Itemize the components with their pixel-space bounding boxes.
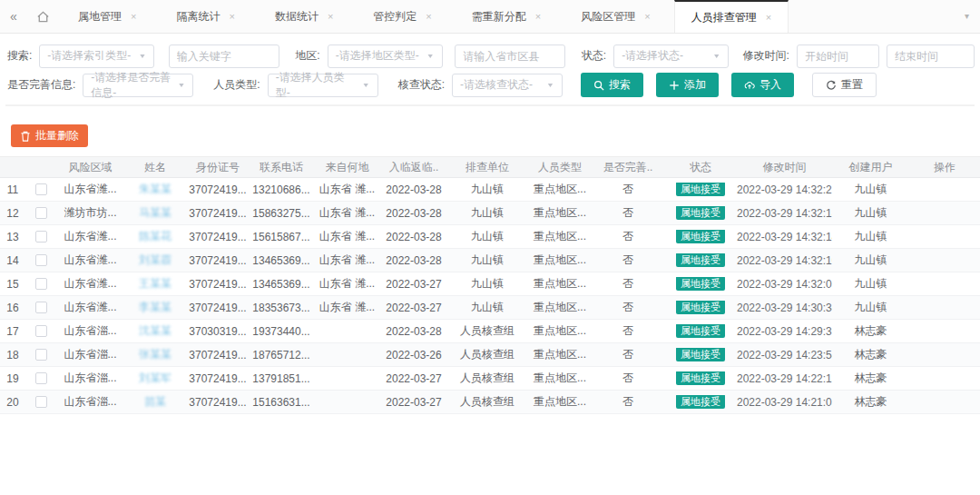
region-input[interactable] [463, 45, 557, 67]
search-button[interactable]: 搜索 [581, 73, 643, 97]
tab-隔离统计[interactable]: 隔离统计× [160, 0, 250, 33]
person-name-link[interactable]: 朱某某 [139, 183, 172, 195]
chevron-down-icon: ▼ [138, 53, 146, 60]
tab-属地管理[interactable]: 属地管理× [62, 0, 152, 33]
creator-cell: 林志豪 [832, 347, 909, 362]
tab-close-icon[interactable]: × [644, 11, 650, 22]
row-checkbox[interactable] [35, 325, 47, 337]
creator-cell: 九山镇 [832, 182, 909, 197]
phone-cell: 13210686... [250, 183, 313, 196]
status-badge[interactable]: 属地接受 [676, 183, 725, 196]
row-checkbox[interactable] [35, 278, 47, 290]
status-badge[interactable]: 属地接受 [676, 230, 725, 243]
tab-close-icon[interactable]: × [229, 11, 234, 22]
status-badge[interactable]: 属地接受 [676, 206, 725, 220]
person-type-select[interactable]: -请选择人员类型- ▼ [268, 74, 378, 97]
add-button[interactable]: 添加 [656, 73, 719, 97]
person-name-link[interactable]: 陈某花 [139, 230, 172, 243]
phone-cell: 13465369... [250, 278, 313, 291]
status-badge[interactable]: 属地接受 [676, 324, 725, 338]
tab-close-icon[interactable]: × [426, 11, 431, 22]
keyword-input[interactable] [177, 45, 271, 67]
home-icon[interactable] [27, 0, 58, 33]
complete-info-select[interactable]: -请选择是否完善信息- ▼ [83, 74, 193, 97]
person-name-link[interactable]: 沈某某 [139, 324, 172, 337]
table-header-cell: 人员类型 [528, 160, 592, 175]
search-form-row-2: 是否完善信息: -请选择是否完善信息- ▼ 人员类型: -请选择人员类型- ▼ … [5, 73, 975, 97]
person-name-link[interactable]: 王某某 [139, 277, 172, 290]
table-header-row: 风险区域姓名身份证号联系电话来自何地入临返临..排查单位人员类型是否完善..状态… [0, 156, 980, 178]
name-cell: 沈某某 [124, 323, 186, 339]
status-badge[interactable]: 属地接受 [676, 301, 725, 314]
person-name-link[interactable]: 刘某军 [139, 371, 172, 384]
no-cell: 20 [0, 396, 25, 409]
row-checkbox[interactable] [35, 302, 47, 313]
chevron-down-icon: ▼ [426, 53, 435, 60]
start-time-input-wrap [797, 45, 879, 68]
origin-cell: 山东省 潍... [313, 205, 381, 221]
row-checkbox[interactable] [35, 372, 47, 384]
region-cell: 山东省淄... [56, 394, 124, 410]
name-cell: 李某某 [124, 300, 186, 315]
row-checkbox[interactable] [35, 349, 47, 361]
region-type-select[interactable]: -请选择地区类型- ▼ [328, 45, 443, 68]
table-header-cell: 修改时间 [737, 160, 832, 175]
tab-管控判定[interactable]: 管控判定× [357, 0, 447, 33]
tab-人员排查管理[interactable]: 人员排查管理× [674, 0, 789, 33]
start-time-input[interactable] [805, 45, 871, 67]
end-time-input[interactable] [895, 45, 966, 67]
table-header-cell: 创建用户 [832, 160, 909, 175]
status-badge[interactable]: 属地接受 [676, 348, 725, 361]
table-header-cell: 操作 [909, 160, 980, 175]
tab-风险区管理[interactable]: 风险区管理× [564, 0, 666, 33]
tab-overflow-icon[interactable]: ▾ [965, 11, 969, 21]
tab-close-icon[interactable]: × [535, 11, 541, 22]
import-button[interactable]: 导入 [731, 73, 794, 97]
status-badge[interactable]: 属地接受 [676, 395, 725, 409]
sidebar-collapse-icon[interactable]: « [0, 0, 27, 33]
tab-close-icon[interactable]: × [131, 11, 136, 22]
unit-cell: 人员核查组 [446, 394, 528, 410]
unit-cell: 九山镇 [446, 205, 528, 221]
check-status-select[interactable]: -请选核查状态- ▼ [452, 74, 563, 97]
checkbox-cell [25, 396, 56, 408]
checkbox-cell [25, 372, 56, 384]
creator-cell: 九山镇 [832, 205, 909, 221]
status-cell: 属地接受 [664, 301, 737, 314]
person-name-link[interactable]: 苗某 [144, 395, 166, 408]
row-checkbox[interactable] [35, 254, 47, 266]
row-checkbox[interactable] [35, 231, 47, 243]
person-name-link[interactable]: 李某某 [139, 301, 172, 313]
origin-cell: 山东省 潍... [313, 276, 381, 292]
tab-数据统计[interactable]: 数据统计× [259, 0, 349, 33]
complete-cell: 否 [592, 347, 664, 362]
tab-close-icon[interactable]: × [766, 12, 771, 23]
no-cell: 19 [0, 372, 25, 385]
reset-button[interactable]: 重置 [812, 73, 877, 97]
person-name-link[interactable]: 马某某 [139, 206, 172, 219]
idcard-cell: 37072419... [186, 183, 250, 196]
batch-delete-button[interactable]: 批量删除 [11, 124, 88, 147]
region-cell: 山东省潍... [56, 252, 124, 268]
status-badge[interactable]: 属地接受 [676, 277, 725, 291]
index-type-select[interactable]: -请选择索引类型- ▼ [39, 45, 154, 68]
person-name-link[interactable]: 张某某 [139, 348, 172, 361]
tab-close-icon[interactable]: × [328, 11, 333, 22]
row-checkbox[interactable] [35, 183, 47, 195]
row-checkbox[interactable] [35, 207, 47, 219]
date-cell: 2022-03-27 [381, 372, 446, 385]
status-badge[interactable]: 属地接受 [676, 371, 725, 385]
status-badge[interactable]: 属地接受 [676, 253, 725, 267]
person-name-link[interactable]: 刘某霞 [139, 253, 172, 266]
creator-cell: 九山镇 [832, 252, 909, 268]
person_type-cell: 重点地区... [528, 300, 592, 315]
status-select[interactable]: -请选择状态- ▼ [613, 45, 729, 68]
table-header-cell: 是否完善.. [592, 160, 664, 175]
status-cell: 属地接受 [664, 395, 737, 409]
phone-cell: 18353673... [250, 302, 313, 314]
complete-cell: 否 [592, 394, 664, 410]
complete-cell: 否 [592, 205, 664, 221]
row-checkbox[interactable] [35, 396, 47, 408]
search-label: 搜索: [7, 48, 32, 64]
tab-需重新分配[interactable]: 需重新分配× [456, 0, 557, 33]
